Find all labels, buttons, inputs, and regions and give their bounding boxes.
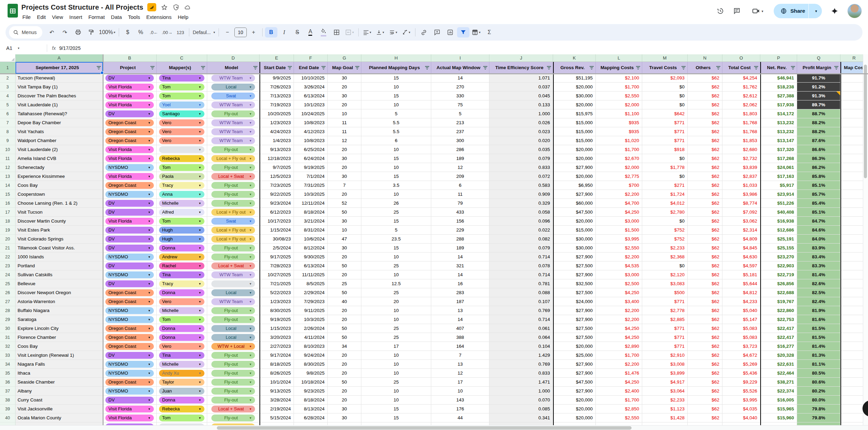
actual-window-cell[interactable]: 321 xyxy=(431,261,489,270)
gross-rev-cell[interactable]: $15,000 xyxy=(553,118,596,127)
document-title[interactable]: Projects Cost Structure - All Projects xyxy=(21,3,143,11)
model-chip[interactable]: Local + Fly out▼ xyxy=(211,155,255,162)
actual-window-cell[interactable] xyxy=(431,422,489,425)
font-select[interactable]: Defaul...▾ xyxy=(192,27,216,37)
efficiency-score-cell[interactable] xyxy=(489,422,553,425)
net-rev-cell[interactable]: $22,860 xyxy=(760,306,797,315)
total-cost-cell[interactable]: $5,526 xyxy=(722,387,760,396)
travel-costs-cell[interactable]: $0 xyxy=(642,217,688,226)
net-rev-cell[interactable]: $22,903 xyxy=(760,261,797,270)
total-cost-cell[interactable]: $2,837 xyxy=(722,172,760,181)
mapping-costs-cell[interactable]: $4,250 xyxy=(596,208,642,217)
italic-button[interactable]: I xyxy=(278,27,290,37)
planned-days-cell[interactable]: 10 xyxy=(361,306,431,315)
header-cell-start-date[interactable]: Start Date xyxy=(260,62,294,74)
planned-days-cell[interactable]: 10 xyxy=(361,351,431,360)
planned-days-cell[interactable]: 15 xyxy=(361,413,431,422)
cell[interactable]: Fly-out▼ xyxy=(207,413,260,422)
format-currency-button[interactable]: $ xyxy=(121,27,134,37)
project-name-cell[interactable]: 1000 Islands xyxy=(15,252,103,261)
net-rev-cell[interactable]: $13,147 xyxy=(760,136,797,145)
chip-dropdown-caret[interactable]: ▼ xyxy=(199,166,201,169)
mapper-chip[interactable]: Taylor▼ xyxy=(159,379,204,386)
efficiency-score-cell[interactable]: 0.833 xyxy=(489,163,553,172)
chip-dropdown-caret[interactable]: ▼ xyxy=(148,345,151,348)
mapping-costs-cell[interactable]: $2,670 xyxy=(596,154,642,163)
start-date-cell[interactable]: 7/28/2023 xyxy=(260,261,294,270)
total-cost-cell[interactable]: $5,083 xyxy=(722,333,760,342)
start-date-cell[interactable] xyxy=(260,422,294,425)
font-size-input[interactable]: 10 xyxy=(234,28,247,37)
end-date-cell[interactable]: 9/19/2025 xyxy=(294,163,328,172)
mapper-chip[interactable]: Juan▼ xyxy=(159,388,204,395)
map-goal-cell[interactable]: 10 xyxy=(328,109,361,118)
horizontal-scrollbar[interactable] xyxy=(0,425,868,430)
header-cell-others[interactable]: Others xyxy=(688,62,722,74)
others-cell[interactable]: $62 xyxy=(688,118,722,127)
row-header-35[interactable]: 35 xyxy=(0,369,15,378)
model-chip[interactable]: Local + Swat▼ xyxy=(211,406,255,412)
cell[interactable]: Rachel▼ xyxy=(157,261,207,270)
cell[interactable]: Donna▼ xyxy=(157,333,207,342)
mapping-costs-cell[interactable]: $2,200 xyxy=(596,306,642,315)
project-name-cell[interactable]: Discover Newport Oregon xyxy=(15,288,103,297)
planned-days-cell[interactable]: 5 xyxy=(361,226,431,235)
project-name-cell[interactable]: Visit Jacksonville xyxy=(15,405,103,413)
travel-costs-cell[interactable]: $2,778 xyxy=(642,306,688,315)
project-name-cell[interactable]: Discover The Palm Beaches xyxy=(15,92,103,100)
mapping-costs-cell[interactable]: $935 xyxy=(596,118,642,127)
mapper-chip[interactable]: Donna▼ xyxy=(159,325,204,332)
cell[interactable]: Oregon Coast▼ xyxy=(103,333,157,342)
mapper-chip[interactable]: Hugh▼ xyxy=(159,227,204,234)
cell[interactable]: Fly-out▼ xyxy=(207,181,260,190)
chip-dropdown-caret[interactable]: ▼ xyxy=(148,193,151,196)
cell[interactable]: Visit Florida▼ xyxy=(103,217,157,226)
start-date-cell[interactable]: 10/27/2025 xyxy=(260,270,294,279)
chip-dropdown-caret[interactable]: ▼ xyxy=(249,264,252,268)
actual-window-cell[interactable]: 14 xyxy=(431,74,489,83)
chip-dropdown-caret[interactable]: ▼ xyxy=(249,291,252,294)
travel-costs-cell[interactable]: $771 xyxy=(642,333,688,342)
project-chip[interactable]: Visit Florida▼ xyxy=(105,93,154,99)
merge-cells-button[interactable]: ▾ xyxy=(343,27,356,37)
row-header-33[interactable]: 33 xyxy=(0,351,15,360)
travel-costs-cell[interactable]: $1,778 xyxy=(642,163,688,172)
mapper-chip[interactable]: Tom▼ xyxy=(159,84,204,90)
chip-dropdown-caret[interactable]: ▼ xyxy=(148,336,151,339)
mapper-chip[interactable]: Rebecka▼ xyxy=(159,155,204,162)
project-chip[interactable]: NYSDMO▼ xyxy=(105,361,154,368)
project-chip[interactable]: NYSDMO▼ xyxy=(105,388,154,395)
efficiency-score-cell[interactable]: 0.714 xyxy=(489,315,553,324)
total-cost-cell[interactable]: $8,774 xyxy=(722,199,760,208)
gross-rev-cell[interactable]: $30,000 xyxy=(553,244,596,252)
start-date-cell[interactable]: 9/13/2023 xyxy=(260,145,294,154)
others-cell[interactable]: $62 xyxy=(688,306,722,315)
cell[interactable]: DV▼ xyxy=(103,422,157,425)
cell[interactable]: Tom▼ xyxy=(157,315,207,324)
model-chip[interactable]: Local + Fly out▼ xyxy=(211,236,255,243)
travel-costs-cell[interactable]: $1,724 xyxy=(642,190,688,199)
paint-format-button[interactable] xyxy=(85,27,97,37)
net-rev-cell[interactable]: $22,631 xyxy=(760,360,797,369)
cell[interactable]: DV▼ xyxy=(103,226,157,235)
cell[interactable]: Michelle▼ xyxy=(157,199,207,208)
start-date-cell[interactable]: 8/26/2025 xyxy=(260,369,294,378)
others-cell[interactable]: $62 xyxy=(688,145,722,154)
cell[interactable]: Tom▼ xyxy=(157,92,207,100)
gross-rev-cell[interactable]: $27,900 xyxy=(553,306,596,315)
project-chip[interactable]: NYSDMO▼ xyxy=(105,316,154,323)
planned-days-cell[interactable]: 5 xyxy=(361,109,431,118)
chip-dropdown-caret[interactable]: ▼ xyxy=(148,407,151,411)
efficiency-score-cell[interactable]: 0.088 xyxy=(489,288,553,297)
chip-dropdown-caret[interactable]: ▼ xyxy=(148,416,151,420)
mapper-chip[interactable]: Paola▼ xyxy=(159,173,204,180)
cell[interactable]: Alfred▼ xyxy=(157,208,207,217)
profit-margin-cell[interactable]: 81.6% xyxy=(797,315,840,324)
chip-dropdown-caret[interactable]: ▼ xyxy=(148,282,151,286)
chip-dropdown-caret[interactable]: ▼ xyxy=(249,300,252,303)
project-chip[interactable]: NYSDMO▼ xyxy=(105,271,154,278)
approvals-icon[interactable] xyxy=(172,3,180,11)
mapping-costs-cell[interactable]: $2,200 xyxy=(596,190,642,199)
cell[interactable]: Donna▼ xyxy=(157,244,207,252)
project-name-cell[interactable]: Depoe Bay Chamber xyxy=(15,118,103,127)
